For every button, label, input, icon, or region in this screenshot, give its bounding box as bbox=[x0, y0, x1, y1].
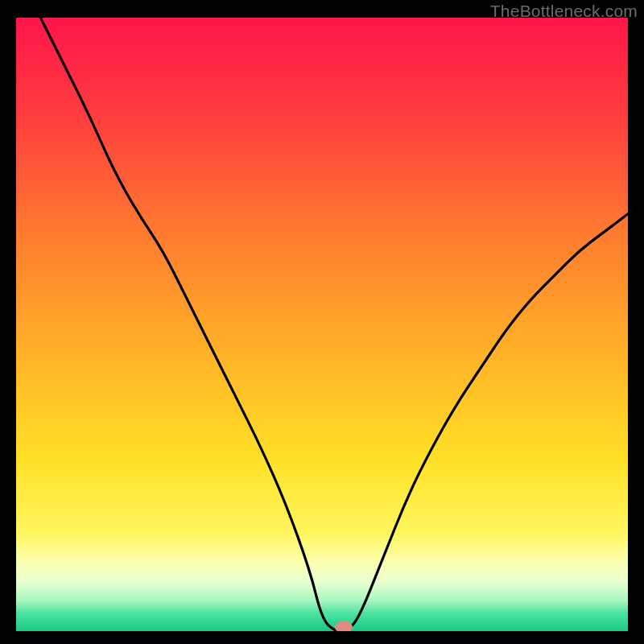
plot-area bbox=[16, 18, 628, 631]
chart-frame: TheBottleneck.com bbox=[0, 0, 644, 644]
optimal-point-marker bbox=[335, 621, 353, 631]
bottleneck-curve bbox=[16, 18, 628, 631]
